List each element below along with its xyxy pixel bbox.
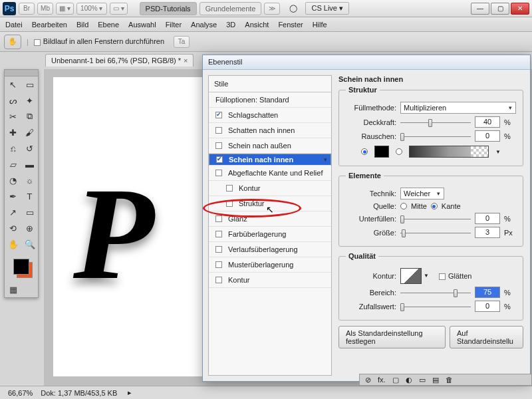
camera-tool[interactable]: ⊕: [21, 220, 38, 236]
dialog-titlebar[interactable]: Ebenenstil: [203, 55, 530, 70]
style-bevel[interactable]: Abgeflachte Kante und Relief: [209, 166, 331, 181]
view-options-button[interactable]: ▦ ▾: [56, 3, 74, 15]
zoom-dropdown[interactable]: 100% ▾: [76, 3, 107, 15]
style-verlauf[interactable]: Verlaufsüberlagerung: [209, 242, 331, 257]
style-muster[interactable]: Musterüberlagerung: [209, 257, 331, 273]
menu-fenster[interactable]: Fenster: [278, 21, 303, 29]
style-kontur[interactable]: Kontur: [209, 273, 331, 288]
quelle-kante-radio[interactable]: [431, 203, 438, 209]
adjustment-icon[interactable]: ◐: [406, 376, 412, 384]
brush-tool[interactable]: 🖌: [21, 124, 38, 140]
technik-select[interactable]: Weicher: [400, 188, 444, 200]
menu-3d[interactable]: 3D: [226, 21, 235, 29]
fill-options-row[interactable]: Fülloptionen: Standard: [209, 92, 331, 108]
maximize-button[interactable]: ▢: [491, 3, 509, 15]
style-schein-aussen[interactable]: Schein nach außen: [209, 138, 331, 154]
style-schein-innen[interactable]: Schein nach innen: [209, 154, 331, 166]
panel-dock-strip[interactable]: ⊘ fx. ▢ ◐ ▭ ▤ 🗑: [359, 374, 532, 386]
dodge-tool[interactable]: ☼: [21, 172, 38, 188]
style-schatten-innen[interactable]: Schatten nach innen: [209, 123, 331, 138]
hand-tool-icon[interactable]: ✋: [4, 35, 21, 49]
quelle-mitte-radio[interactable]: [400, 203, 407, 209]
trash-icon[interactable]: 🗑: [446, 376, 453, 384]
screen-mode-button[interactable]: ▭ ▾: [110, 3, 128, 15]
unterf-input[interactable]: 0: [475, 213, 500, 224]
scroll-all-checkbox[interactable]: Bildlauf in allen Fenstern durchführen: [34, 37, 164, 45]
close-button[interactable]: ✕: [511, 3, 529, 15]
color-swatch[interactable]: [374, 146, 389, 158]
zufall-input[interactable]: 0: [475, 301, 500, 312]
menu-datei[interactable]: Datei: [5, 21, 23, 29]
pen-tool[interactable]: ✒: [5, 188, 21, 204]
contour-picker[interactable]: [400, 268, 422, 284]
shape-tool[interactable]: ▭: [21, 204, 38, 220]
zoom-tool[interactable]: 🔍: [21, 236, 38, 252]
tools-gripper[interactable]: [5, 70, 38, 76]
zoom-status[interactable]: 66,67%: [8, 389, 33, 397]
history-tool[interactable]: ↺: [21, 140, 38, 156]
style-schlagschatten[interactable]: Schlagschatten: [209, 108, 331, 123]
doc-tab[interactable]: Unbenannt-1 bei 66,7% (PSD, RGB/8) *×: [45, 54, 194, 66]
workspace-tab-active[interactable]: PSD-Tutorials: [140, 2, 197, 15]
marquee-tool[interactable]: ▭: [21, 76, 38, 92]
gradient-swatch[interactable]: [409, 146, 489, 158]
wand-tool[interactable]: ✦: [21, 92, 38, 108]
menu-bild[interactable]: Bild: [76, 21, 88, 29]
gradient-source-radio[interactable]: [396, 148, 402, 155]
crop-tool[interactable]: ✂: [5, 108, 21, 124]
doc-size-status[interactable]: Dok: 1,37 MB/453,5 KB: [41, 389, 117, 397]
noise-input[interactable]: 0: [475, 130, 500, 142]
reset-default-button[interactable]: Auf Standardeinstellu: [450, 326, 523, 348]
blur-tool[interactable]: ◔: [5, 172, 21, 188]
bereich-slider[interactable]: [400, 287, 471, 298]
optbar-button[interactable]: Ta: [174, 36, 190, 48]
quickmask-toggle[interactable]: ▦: [5, 281, 21, 297]
unterf-slider[interactable]: [400, 213, 471, 224]
cs-live-dropdown[interactable]: CS Live ▾: [305, 2, 349, 15]
style-bevel-kontur[interactable]: Kontur: [209, 181, 331, 196]
fx-icon[interactable]: fx.: [378, 376, 386, 384]
opacity-input[interactable]: 40: [475, 116, 500, 128]
bereich-input[interactable]: 75: [475, 287, 500, 298]
workspace-tab-2[interactable]: Grundelemente: [200, 2, 262, 15]
glatten-checkbox[interactable]: Glätten: [439, 272, 471, 280]
style-bevel-struktur[interactable]: Struktur: [209, 196, 331, 211]
folder-icon[interactable]: ▭: [419, 376, 426, 384]
hand-tool[interactable]: ✋: [5, 236, 21, 252]
menu-auswahl[interactable]: Auswahl: [128, 21, 156, 29]
zufall-slider[interactable]: [400, 301, 471, 312]
lasso-tool[interactable]: ᔕ: [5, 92, 21, 108]
style-glanz[interactable]: Glanz: [209, 211, 331, 227]
blend-mode-select[interactable]: Multiplizieren: [400, 102, 516, 114]
move-tool[interactable]: ↖: [5, 76, 21, 92]
menu-filter[interactable]: Filter: [166, 21, 182, 29]
eyedropper-tool[interactable]: ⧉: [21, 108, 38, 124]
menu-ansicht[interactable]: Ansicht: [245, 21, 269, 29]
eraser-tool[interactable]: ▱: [5, 156, 21, 172]
menu-bearbeiten[interactable]: Bearbeiten: [32, 21, 67, 29]
styles-header[interactable]: Stile: [209, 76, 331, 92]
noise-slider[interactable]: [400, 131, 471, 142]
make-default-button[interactable]: Als Standardeinstellung festlegen: [338, 326, 446, 348]
heal-tool[interactable]: ✚: [5, 124, 21, 140]
stamp-tool[interactable]: ⎌: [5, 140, 21, 156]
canvas[interactable]: P: [53, 77, 210, 376]
new-layer-icon[interactable]: ▤: [432, 376, 439, 384]
path-tool[interactable]: ↗: [5, 204, 21, 220]
size-input[interactable]: 3: [475, 227, 500, 238]
fg-color-swatch[interactable]: [13, 259, 29, 275]
menu-hilfe[interactable]: Hilfe: [313, 21, 327, 29]
link-icon[interactable]: ⊘: [365, 376, 371, 384]
close-icon[interactable]: ×: [184, 57, 188, 65]
minimize-button[interactable]: —: [471, 3, 489, 15]
menu-analyse[interactable]: Analyse: [191, 21, 217, 29]
style-farb[interactable]: Farbüberlagerung: [209, 227, 331, 242]
gradient-tool[interactable]: ▬: [21, 156, 38, 172]
color-source-radio[interactable]: [361, 148, 368, 155]
color-swatches[interactable]: [5, 252, 38, 281]
3d-tool[interactable]: ⟲: [5, 220, 21, 236]
mb-button[interactable]: Mb: [37, 3, 53, 15]
mask-icon[interactable]: ▢: [392, 376, 399, 384]
bridge-button[interactable]: Br: [19, 3, 35, 15]
size-slider[interactable]: [400, 227, 471, 238]
